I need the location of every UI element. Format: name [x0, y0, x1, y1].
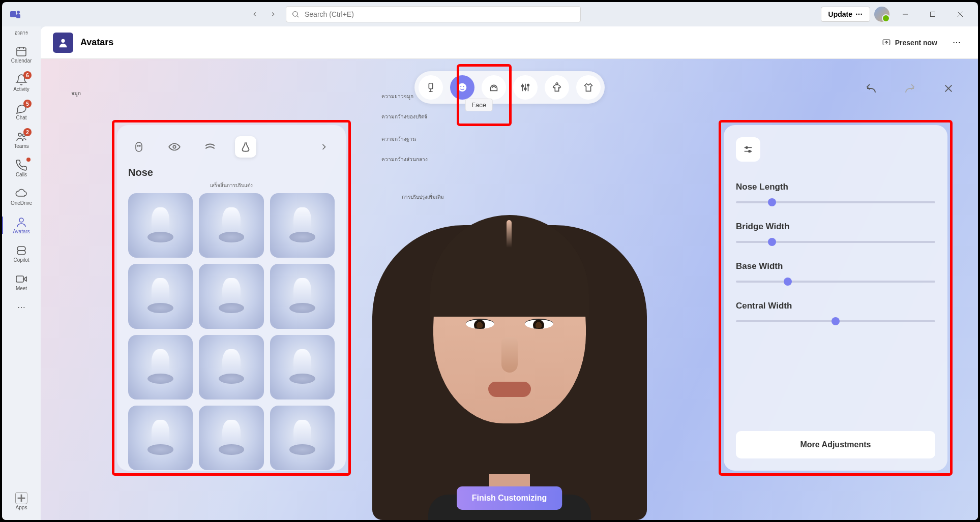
highlight-face-category	[457, 64, 512, 126]
category-body[interactable]	[419, 75, 443, 100]
teams-logo-icon	[8, 7, 22, 21]
svg-rect-16	[16, 276, 23, 282]
badge-dot	[26, 158, 31, 162]
avatar-preview[interactable]	[367, 195, 652, 520]
badge: 5	[23, 100, 32, 108]
rail-calls[interactable]: Calls	[2, 155, 41, 182]
rail-activity[interactable]: 6 Activity	[2, 69, 41, 97]
search-input[interactable]	[305, 10, 575, 18]
more-icon: ⋯	[855, 10, 863, 18]
highlight-left-panel	[112, 120, 351, 476]
rail-chat[interactable]: 5 Chat	[2, 98, 41, 125]
finish-customizing-button[interactable]: Finish Customizing	[457, 486, 562, 510]
page-title: Avatars	[80, 37, 113, 48]
maximize-button[interactable]	[921, 6, 944, 22]
category-clothing[interactable]	[576, 75, 601, 100]
close-button[interactable]	[948, 6, 972, 22]
redo-button[interactable]	[901, 79, 919, 98]
rail-meet[interactable]: Meet	[2, 268, 41, 296]
avatars-app-icon	[53, 33, 73, 53]
label: ความกว้างฐาน	[381, 135, 416, 143]
svg-point-1	[17, 11, 20, 14]
svg-line-4	[297, 16, 299, 17]
minimize-button[interactable]	[894, 6, 917, 22]
svg-point-34	[527, 84, 529, 86]
search-box[interactable]	[286, 6, 581, 22]
rail-top-label: อวตาร	[15, 29, 28, 37]
svg-point-3	[293, 12, 298, 16]
user-avatar[interactable]	[874, 7, 889, 22]
close-customizer-button[interactable]	[939, 79, 958, 98]
search-icon	[291, 10, 300, 18]
svg-point-13	[18, 133, 21, 136]
present-icon	[882, 38, 891, 47]
svg-rect-23	[429, 83, 432, 89]
highlight-right-panel	[719, 120, 953, 476]
rail-calendar[interactable]: Calendar	[2, 41, 41, 68]
update-button[interactable]: Update ⋯	[821, 7, 870, 22]
apps-icon	[15, 492, 27, 504]
forward-button[interactable]	[265, 7, 281, 22]
svg-point-33	[524, 88, 526, 90]
rail-copilot[interactable]: Copilot	[2, 240, 41, 267]
svg-marker-17	[23, 277, 26, 281]
rail-teams[interactable]: 2 Teams	[2, 126, 41, 153]
content-area: Avatars Present now ⋯ จมูก ความยาวจมูก ค…	[41, 26, 978, 520]
category-wardrobe[interactable]	[545, 75, 569, 100]
rail-more[interactable]: ⋯	[2, 297, 41, 317]
label: ความยาวจมูก	[381, 93, 413, 100]
label: ความกว้างส่วนกลาง	[381, 156, 428, 163]
present-now-button[interactable]: Present now	[877, 35, 942, 50]
rail-apps[interactable]: Apps	[2, 487, 41, 515]
update-label: Update	[828, 10, 852, 18]
rail-onedrive[interactable]: OneDrive	[2, 183, 41, 210]
back-button[interactable]	[247, 7, 262, 22]
svg-point-32	[521, 85, 523, 87]
badge: 6	[23, 71, 32, 79]
title-bar: Update ⋯	[2, 2, 978, 26]
app-rail: อวตาร Calendar 6 Activity 5 Chat 2 Teams	[2, 26, 41, 520]
svg-point-20	[61, 39, 65, 42]
svg-rect-9	[17, 48, 26, 56]
avatar-canvas: จมูก ความยาวจมูก ความกว้างของบริดจ์ ความ…	[41, 59, 978, 520]
label: จมูก	[71, 89, 81, 97]
svg-rect-2	[16, 14, 20, 18]
label: ความกว้างของบริดจ์	[381, 113, 427, 120]
svg-point-15	[19, 218, 23, 222]
badge: 2	[23, 128, 32, 136]
header-more-button[interactable]: ⋯	[947, 34, 966, 52]
undo-button[interactable]	[862, 79, 880, 98]
page-header: Avatars Present now ⋯	[41, 26, 978, 59]
category-appearance[interactable]	[513, 75, 538, 100]
canvas-controls	[862, 79, 958, 98]
svg-rect-0	[10, 11, 16, 17]
svg-rect-6	[931, 12, 935, 17]
rail-avatars[interactable]: Avatars	[2, 211, 41, 239]
